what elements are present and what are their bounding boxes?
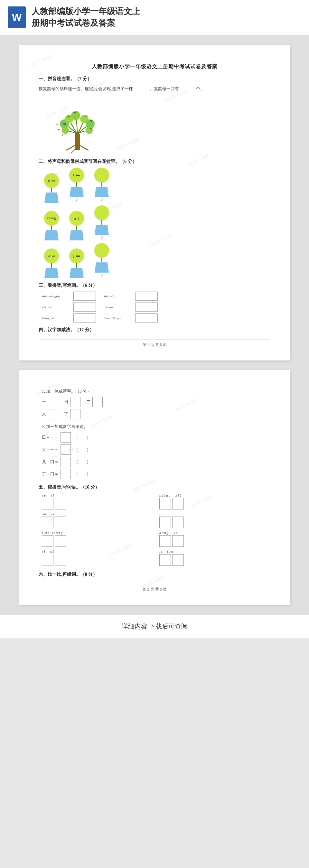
s1-text3: 个。 bbox=[196, 86, 205, 91]
flower-pot-3: √ bbox=[92, 168, 112, 203]
stem-1 bbox=[51, 188, 52, 192]
svg-text:·oo: ·oo bbox=[62, 122, 66, 126]
formula-2: 大＋一＝ bbox=[42, 447, 59, 453]
base-5 bbox=[69, 230, 84, 240]
pinyin-7: yī gè bbox=[42, 549, 153, 553]
s1-text: 按复韵母的顺序连一连。连完后,会发现,连成了一棵 bbox=[39, 86, 133, 91]
svg-text:·ai: ·ai bbox=[56, 123, 59, 126]
char-le: 了 bbox=[64, 411, 68, 417]
pinyin-5: tiān shàng bbox=[42, 531, 153, 534]
write-label-5: héng piě bbox=[42, 316, 71, 320]
flower-pot-4: sh êng bbox=[42, 211, 61, 240]
paren-2: （ ） bbox=[74, 447, 91, 453]
write-box-2 bbox=[135, 291, 158, 301]
section4-sub1-title: 1. 加一笔成新字。（5 分） bbox=[42, 389, 270, 394]
formula-row-2: 大＋一＝ （ ） bbox=[42, 444, 270, 455]
formula-row-1: 日＋一＝ （ ） bbox=[42, 432, 270, 442]
svg-rect-0 bbox=[75, 134, 80, 150]
section1-title: 一、拼音连连看。（7 分） bbox=[39, 76, 270, 82]
box-1-2 bbox=[70, 397, 81, 407]
flower-top-3 bbox=[94, 168, 109, 183]
check-9: √ bbox=[101, 273, 103, 278]
section2-title: 二、将声母和韵母拼成音节写在花盆里。（6 分） bbox=[39, 159, 270, 164]
vocab-4: rì zi bbox=[159, 512, 270, 528]
stem-6 bbox=[101, 220, 102, 225]
base-3 bbox=[95, 187, 109, 197]
vocab-8: lǐ tou bbox=[159, 549, 270, 566]
flower-top-4: sh êng bbox=[44, 211, 59, 226]
paren-3: （ ） bbox=[74, 459, 91, 465]
char-yi: 一 bbox=[42, 399, 46, 405]
paren-4: （ ） bbox=[74, 471, 91, 477]
page-2: 觉图美 觉图美 觉图美 觉图美 觉图美 觉图美 觉图美 觉图美 觉图美 觉图美 … bbox=[19, 370, 290, 605]
flower-pot-7: d ài bbox=[42, 248, 61, 278]
pinyin-3: dà rén bbox=[42, 512, 153, 516]
svg-text:·ue: ·ue bbox=[83, 114, 87, 118]
write-box-1 bbox=[73, 291, 96, 301]
formula-box-2 bbox=[61, 444, 71, 455]
s1-text2: 。复韵母一共有 bbox=[150, 86, 179, 91]
char-box-6-1 bbox=[159, 535, 171, 547]
vocab-boxes-3 bbox=[42, 517, 153, 528]
footer: 详细内容 下载后可查阅 bbox=[0, 615, 309, 638]
flower-top-1: x üe bbox=[44, 173, 59, 188]
char-box-8-2 bbox=[172, 554, 184, 566]
vocab-3: dà rén bbox=[42, 512, 153, 528]
svg-text:·ie: ·ie bbox=[73, 111, 76, 114]
hanzi-row-1: 一 日 二 bbox=[42, 397, 270, 407]
box-1-1 bbox=[48, 397, 58, 407]
tree-svg: ·oo ·ui ·iu ·ie ·ue ·ai ·ou ·er ·ai bbox=[45, 96, 110, 154]
page2-top-line bbox=[39, 383, 270, 383]
write-row-3: héng piě héng zhé gōu bbox=[42, 313, 270, 322]
section4-sub2-title: 2. 加一加成新字再组词。 bbox=[42, 424, 270, 430]
write-label-2: shū wān bbox=[104, 294, 133, 298]
phonics-tree: ·oo ·ui ·iu ·ie ·ue ·ai ·ou ·er ·ai bbox=[45, 96, 110, 154]
check-2: √ bbox=[75, 198, 78, 203]
vocab-boxes-6 bbox=[159, 535, 270, 547]
vocab-2: shàng xià bbox=[159, 493, 270, 509]
section3-title: 三、看拼音,写笔画。（6 分） bbox=[39, 283, 270, 288]
vocab-boxes-5 bbox=[42, 535, 153, 547]
write-box-5 bbox=[73, 313, 96, 322]
char-box-1-1 bbox=[42, 498, 54, 509]
footer-main: 详细内容 下载后可查阅 bbox=[7, 622, 302, 631]
vocab-grid: yè zi shàng xià dà rén bbox=[42, 493, 270, 566]
header: 人教部编版小学一年级语文上 册期中考试试卷及答案 bbox=[0, 0, 309, 35]
char-box-8-1 bbox=[159, 554, 171, 566]
title-line2: 册期中考试试卷及答案 bbox=[32, 18, 115, 28]
page-top-line bbox=[39, 58, 270, 58]
hanzi-row-2: 人 了 bbox=[42, 409, 270, 420]
char-box-7-1 bbox=[42, 554, 54, 565]
hanzi-add2-section: 日＋一＝ （ ） 大＋一＝ （ ） 儿＋口＝ （ ） 丁＋口＝ （ ） bbox=[42, 432, 270, 479]
formula-row-4: 丁＋口＝ （ ） bbox=[42, 469, 270, 479]
header-title: 人教部编版小学一年级语文上 册期中考试试卷及答案 bbox=[32, 6, 140, 29]
stem-4 bbox=[51, 226, 52, 230]
s1-blank1 bbox=[135, 90, 148, 90]
svg-text:·iu: ·iu bbox=[67, 115, 70, 118]
box-2-2 bbox=[70, 409, 81, 420]
flower-top-2: l ün bbox=[69, 168, 84, 183]
section1-content: 按复韵母的顺序连一连。连完后,会发现,连成了一棵 。复韵母一共有 个。 bbox=[39, 85, 270, 92]
base-2 bbox=[69, 187, 84, 197]
pinyin-4: rì zi bbox=[159, 512, 270, 516]
flower-pot-5: q ü bbox=[67, 211, 86, 240]
write-box-3 bbox=[73, 303, 96, 312]
pinyin-8: lǐ tou bbox=[159, 549, 270, 554]
char-ren: 人 bbox=[42, 411, 46, 417]
base-4 bbox=[44, 230, 59, 240]
base-1 bbox=[44, 192, 59, 203]
stem-7 bbox=[51, 263, 52, 268]
svg-text:·er: ·er bbox=[61, 133, 65, 136]
flower-top-6 bbox=[94, 205, 109, 220]
write-label-6: héng zhé gōu bbox=[104, 316, 133, 320]
s1-blank2 bbox=[181, 90, 194, 90]
word-icon bbox=[8, 6, 26, 28]
pages-wrapper: 觉图美 觉图美 觉图美 觉图美 觉图美 觉图美 觉图美 觉图美 觉图美 觉图美 … bbox=[0, 35, 309, 615]
stem-8 bbox=[76, 263, 77, 268]
flower-top-5: q ü bbox=[69, 211, 84, 226]
formula-box-1 bbox=[61, 432, 71, 442]
char-box-2-2 bbox=[172, 498, 184, 509]
box-1-3 bbox=[92, 397, 103, 407]
char-box-1-2 bbox=[55, 498, 66, 509]
base-9 bbox=[95, 262, 109, 273]
